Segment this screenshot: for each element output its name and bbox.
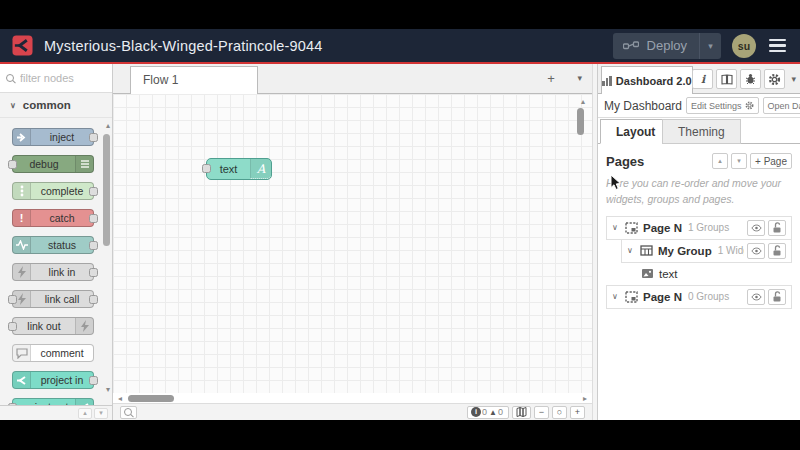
tree-row-page-1[interactable]: ∨ Page N 1 Groups xyxy=(606,216,792,240)
text-widget-icon: A xyxy=(250,159,271,179)
canvas-vscrollbar-thumb[interactable] xyxy=(577,108,584,135)
info-tab-button[interactable]: i xyxy=(692,69,713,89)
palette-node-comment[interactable]: comment xyxy=(12,344,94,362)
sidebar-tabbar: Dashboard 2.0 i xyxy=(598,64,800,94)
edit-settings-button[interactable]: Edit Settings xyxy=(686,97,759,114)
tab-layout[interactable]: Layout xyxy=(600,119,671,144)
palette-filter-input[interactable] xyxy=(20,72,100,84)
deploy-label: Deploy xyxy=(647,38,687,53)
navigator-button[interactable] xyxy=(512,406,531,419)
tab-theming[interactable]: Theming xyxy=(662,119,741,144)
palette-node-status[interactable]: status xyxy=(12,236,94,254)
notifications-toggle[interactable]: i 0 ▲ 0 xyxy=(467,406,509,419)
lock-button[interactable] xyxy=(768,243,786,259)
canvas-scroll-up-icon[interactable]: ▴ xyxy=(581,97,585,106)
palette-scrollbar-thumb[interactable] xyxy=(103,134,110,246)
flow-tab[interactable]: Flow 1 xyxy=(130,66,258,94)
visibility-button[interactable] xyxy=(747,220,765,236)
add-page-button[interactable]: + Page xyxy=(750,153,792,169)
complete-dots-icon xyxy=(13,183,31,199)
palette-search[interactable] xyxy=(0,64,112,93)
palette-category-common[interactable]: ∨ common xyxy=(0,93,112,118)
palette-scroll-up-icon[interactable]: ▴ xyxy=(106,122,110,130)
flow-node-text[interactable]: text A xyxy=(206,158,272,180)
flow-node-label: text xyxy=(207,159,250,179)
book-icon xyxy=(721,74,733,85)
visibility-button[interactable] xyxy=(747,243,765,259)
page-icon xyxy=(625,291,638,303)
help-tab-button[interactable] xyxy=(716,69,737,89)
pages-tree: ∨ Page N 1 Groups xyxy=(606,216,792,309)
tree-row-page-2[interactable]: ∨ Page N 0 Groups xyxy=(606,285,792,309)
flow-list-caret[interactable]: ▾ xyxy=(577,73,582,83)
tree-row-widget-text[interactable]: text xyxy=(636,262,792,286)
pages-header: Pages ▴ ▾ + Page xyxy=(606,153,792,169)
main-menu-button[interactable] xyxy=(767,37,788,55)
dashboard-header-row: My Dashboard Edit Settings Open Dashboar… xyxy=(598,94,800,118)
sidebar-menu-caret[interactable]: ▾ xyxy=(791,74,796,84)
visibility-button[interactable] xyxy=(747,289,765,305)
canvas-hscrollbar[interactable]: ◂ ▸ xyxy=(113,393,592,403)
screen: Mysterious-Black-Winged-Pratincole-9044 … xyxy=(0,0,800,450)
palette-node-inject[interactable]: inject xyxy=(12,128,94,146)
node-label: link out xyxy=(13,318,75,334)
zoom-out-button[interactable]: − xyxy=(534,406,549,419)
image-icon xyxy=(641,268,654,279)
palette-node-link-out[interactable]: link out xyxy=(12,317,94,335)
palette-node-link-in[interactable]: link in xyxy=(12,263,94,281)
palette-node-project-in[interactable]: project in xyxy=(12,371,94,389)
chevron-down-icon[interactable]: ∨ xyxy=(612,223,625,232)
comment-bubble-icon xyxy=(13,345,31,361)
scroll-right-icon[interactable]: ▸ xyxy=(583,394,587,403)
tab-dashboard-2[interactable]: Dashboard 2.0 xyxy=(601,66,693,94)
deploy-dropdown-caret[interactable]: ▾ xyxy=(699,33,721,59)
deploy-button-main[interactable]: Deploy xyxy=(613,38,699,53)
palette-collapse-down-button[interactable]: ▾ xyxy=(94,408,108,419)
page-icon xyxy=(625,222,638,234)
debug-console-icon xyxy=(75,156,93,172)
palette-node-catch[interactable]: ! catch xyxy=(12,209,94,227)
move-up-button[interactable]: ▴ xyxy=(712,153,728,169)
user-avatar[interactable]: su xyxy=(732,34,756,58)
palette-node-complete[interactable]: complete xyxy=(12,182,94,200)
palette-node-debug[interactable]: debug xyxy=(12,155,94,173)
zoom-in-button[interactable]: + xyxy=(570,406,585,419)
palette-scroll-down-icon[interactable]: ▾ xyxy=(106,386,110,394)
node-red-app: Mysterious-Black-Winged-Pratincole-9044 … xyxy=(0,29,800,420)
output-port xyxy=(89,376,98,385)
link-bolt-icon xyxy=(13,264,31,280)
node-palette: ∨ common inject debug xyxy=(0,64,113,420)
debug-tab-button[interactable] xyxy=(740,69,761,89)
node-label: project in xyxy=(31,372,93,388)
workspace-canvas[interactable]: text A ▴ xyxy=(113,94,592,393)
lock-button[interactable] xyxy=(768,289,786,305)
chevron-down-icon[interactable]: ∨ xyxy=(627,246,640,255)
palette-collapse-up-button[interactable]: ▴ xyxy=(78,408,92,419)
app-header: Mysterious-Black-Winged-Pratincole-9044 … xyxy=(0,29,800,62)
node-label: debug xyxy=(13,156,75,172)
input-port[interactable] xyxy=(202,164,211,173)
open-dashboard-button[interactable]: Open Dashboard xyxy=(763,97,800,114)
canvas-search-button[interactable] xyxy=(120,406,137,419)
scroll-left-icon[interactable]: ◂ xyxy=(118,394,122,403)
zoom-reset-button[interactable]: ○ xyxy=(552,406,567,419)
move-down-button[interactable]: ▾ xyxy=(731,153,747,169)
pages-panel: Pages ▴ ▾ + Page Here you can re-order a… xyxy=(598,144,800,318)
tree-row-group[interactable]: ∨ My Group 1 Widgets xyxy=(621,239,792,263)
warning-icon: ▲ xyxy=(489,408,497,417)
node-label: link call xyxy=(31,291,93,307)
canvas-hscrollbar-thumb[interactable] xyxy=(128,395,174,402)
palette-node-list: inject debug complete xyxy=(0,118,112,416)
settings-tab-button[interactable] xyxy=(764,69,785,89)
tree-item-name: Page N xyxy=(643,222,682,234)
palette-node-link-call[interactable]: link call xyxy=(12,290,94,308)
deploy-button[interactable]: Deploy ▾ xyxy=(613,33,721,59)
lock-button[interactable] xyxy=(768,220,786,236)
bug-icon xyxy=(745,73,756,85)
chevron-down-icon[interactable]: ∨ xyxy=(612,292,625,301)
right-sidebar: Dashboard 2.0 i xyxy=(598,64,800,420)
add-flow-button[interactable]: + xyxy=(543,71,559,86)
exclamation-icon: ! xyxy=(13,210,31,226)
replit-logo-icon xyxy=(12,35,33,56)
pages-title: Pages xyxy=(606,154,709,169)
